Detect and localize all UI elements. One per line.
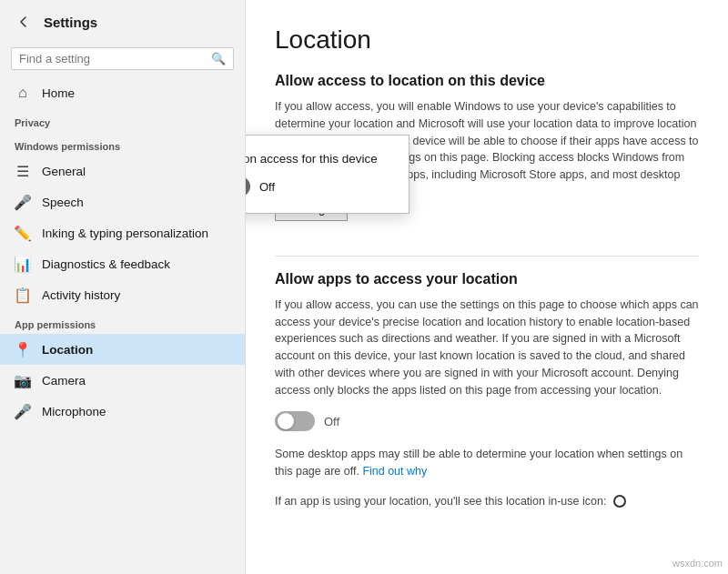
sidebar-item-general[interactable]: ☰ General (0, 156, 245, 186)
sidebar: Settings 🔍 ⌂ Home Privacy Windows permis… (0, 0, 246, 574)
section-divider (275, 256, 699, 257)
section-apps-access: Allow apps to access your location If yo… (275, 271, 699, 399)
sidebar-item-speech[interactable]: 🎤 Speech (0, 186, 245, 217)
desktop-apps-note: Some desktop apps may still be able to d… (275, 446, 699, 480)
section1-heading: Allow access to location on this device (275, 73, 699, 89)
in-use-text: If an app is using your location, you'll… (275, 493, 699, 510)
main-content: Location Allow access to location on thi… (246, 0, 728, 574)
sidebar-item-home-label: Home (42, 86, 75, 100)
sidebar-item-general-label: General (42, 165, 86, 178)
diagnostics-icon: 📊 (15, 256, 31, 272)
watermark: wsxdn.com (672, 558, 723, 569)
popup-toggle-row: Off (246, 176, 390, 196)
sidebar-item-inking-label: Inking & typing personalization (42, 227, 208, 240)
page-title: Location (275, 25, 699, 55)
sidebar-section-windows: Windows permissions (0, 132, 245, 156)
sidebar-item-location-label: Location (42, 343, 93, 357)
sidebar-item-home[interactable]: ⌂ Home (0, 77, 245, 108)
inking-icon: ✏️ (15, 225, 31, 241)
apps-toggle-knob (278, 413, 294, 429)
apps-location-toggle[interactable] (275, 411, 315, 431)
location-in-use-icon (613, 495, 626, 508)
activity-icon: 📋 (15, 287, 31, 303)
sidebar-item-activity[interactable]: 📋 Activity history (0, 279, 245, 310)
sidebar-item-diagnostics-label: Diagnostics & feedback (42, 257, 170, 271)
device-location-toggle[interactable] (246, 176, 250, 196)
search-input[interactable] (19, 52, 211, 65)
sidebar-item-camera[interactable]: 📷 Camera (0, 365, 245, 396)
sidebar-item-inking[interactable]: ✏️ Inking & typing personalization (0, 217, 245, 248)
search-box[interactable]: 🔍 (11, 47, 234, 70)
sidebar-section-privacy: Privacy (0, 108, 245, 132)
sidebar-title: Settings (44, 15, 97, 30)
sidebar-item-microphone-label: Microphone (42, 405, 106, 418)
apps-toggle-label: Off (324, 415, 339, 428)
popup-title: Location access for this device (246, 152, 390, 166)
microphone-icon: 🎤 (15, 403, 31, 419)
sidebar-header: Settings (0, 0, 245, 44)
find-out-link[interactable]: Find out why (362, 465, 427, 478)
sidebar-item-activity-label: Activity history (42, 288, 120, 302)
sidebar-item-camera-label: Camera (42, 374, 86, 388)
section2-heading: Allow apps to access your location (275, 271, 699, 287)
search-icon: 🔍 (211, 52, 226, 65)
sidebar-item-microphone[interactable]: 🎤 Microphone (0, 396, 245, 427)
general-icon: ☰ (15, 163, 31, 179)
back-button[interactable] (11, 9, 36, 35)
sidebar-section-app: App permissions (0, 310, 245, 334)
sidebar-item-diagnostics[interactable]: 📊 Diagnostics & feedback (0, 248, 245, 279)
back-icon (18, 16, 29, 27)
sidebar-item-speech-label: Speech (42, 196, 84, 209)
home-icon: ⌂ (15, 85, 31, 101)
location-icon: 📍 (15, 341, 31, 357)
section2-description: If you allow access, you can use the set… (275, 297, 699, 399)
sidebar-item-location[interactable]: 📍 Location (0, 334, 245, 365)
popup-toggle-label: Off (259, 180, 275, 194)
apps-location-toggle-row: Off (275, 411, 699, 431)
camera-icon: 📷 (15, 372, 31, 388)
speech-icon: 🎤 (15, 194, 31, 210)
device-location-popup: Location access for this device Off (246, 135, 410, 214)
